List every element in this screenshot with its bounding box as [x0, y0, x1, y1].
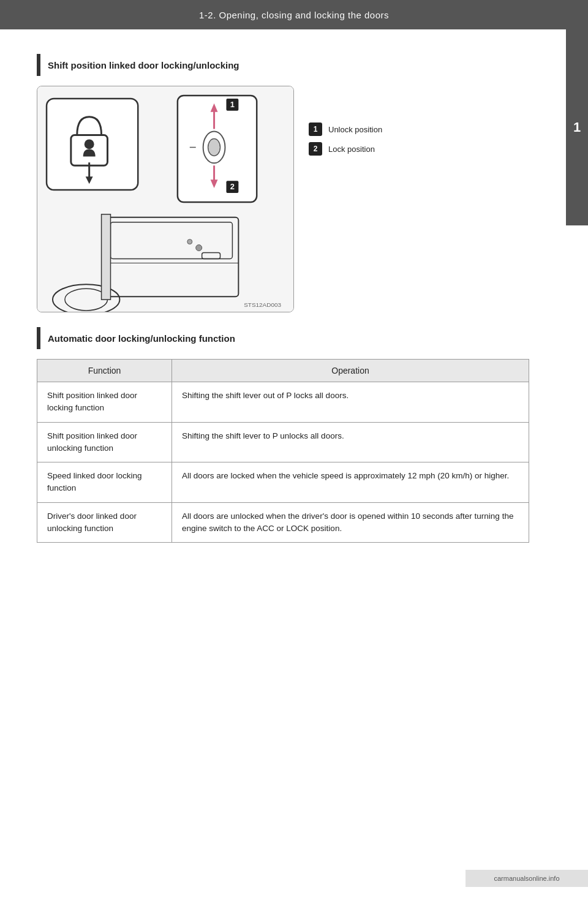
col-header-operation: Operation — [172, 360, 529, 382]
diagram-labels: 1 Unlock position 2 Lock position — [309, 86, 382, 156]
label-2-text: Lock position — [328, 145, 375, 154]
svg-point-25 — [196, 245, 202, 251]
header-bar: 1-2. Opening, closing and locking the do… — [0, 0, 588, 29]
label-1-text: Unlock position — [328, 125, 382, 134]
label-row-2: 2 Lock position — [309, 142, 382, 156]
watermark-bar: carmanualsonline.info — [466, 870, 588, 887]
table-row: Driver's door linked door unlocking func… — [37, 502, 529, 543]
table-section: Function Operation Shift position linked… — [37, 359, 529, 543]
watermark-text: carmanualsonline.info — [494, 875, 559, 882]
table-cell-function-0: Shift position linked door locking funct… — [37, 382, 172, 423]
section1-title: Shift position linked door locking/unloc… — [48, 60, 239, 70]
label-row-1: 1 Unlock position — [309, 123, 382, 136]
svg-point-3 — [85, 140, 94, 149]
table-row: Speed linked door locking functionAll do… — [37, 462, 529, 503]
section2-header: Automatic door locking/unlocking functio… — [37, 327, 529, 349]
header-title: 1-2. Opening, closing and locking the do… — [199, 10, 389, 20]
svg-text:1: 1 — [230, 100, 235, 109]
functions-table: Function Operation Shift position linked… — [37, 359, 529, 543]
diagram-image: 1 2 — [37, 86, 294, 312]
table-cell-function-2: Speed linked door locking function — [37, 462, 172, 503]
badge-1: 1 — [309, 123, 322, 136]
section-bar-2 — [37, 327, 40, 349]
section2-title: Automatic door locking/unlocking functio… — [48, 333, 235, 344]
table-cell-operation-3: All doors are unlocked when the driver's… — [172, 502, 529, 543]
table-row: Shift position linked door locking funct… — [37, 382, 529, 423]
table-cell-operation-1: Shifting the shift lever to P unlocks al… — [172, 422, 529, 462]
table-cell-function-1: Shift position linked door unlocking fun… — [37, 422, 172, 462]
col-header-function: Function — [37, 360, 172, 382]
svg-text:STS12AD003: STS12AD003 — [244, 301, 281, 308]
section-bar-1 — [37, 54, 40, 76]
table-header-row: Function Operation — [37, 360, 529, 382]
table-cell-operation-2: All doors are locked when the vehicle sp… — [172, 462, 529, 503]
section1-header: Shift position linked door locking/unloc… — [37, 54, 529, 76]
svg-point-24 — [187, 240, 192, 244]
svg-rect-26 — [102, 214, 111, 300]
svg-text:2: 2 — [230, 182, 235, 191]
table-cell-operation-0: Shifting the shift lever out of P locks … — [172, 382, 529, 423]
chapter-number: 1 — [573, 119, 581, 135]
svg-point-12 — [208, 139, 221, 156]
chapter-tab: 1 — [566, 29, 588, 225]
main-content: Shift position linked door locking/unloc… — [0, 29, 566, 555]
badge-2: 2 — [309, 142, 322, 156]
diagram-svg: 1 2 — [37, 86, 293, 312]
table-row: Shift position linked door unlocking fun… — [37, 422, 529, 462]
table-cell-function-3: Driver's door linked door unlocking func… — [37, 502, 172, 543]
diagram-container: 1 2 — [37, 86, 529, 312]
